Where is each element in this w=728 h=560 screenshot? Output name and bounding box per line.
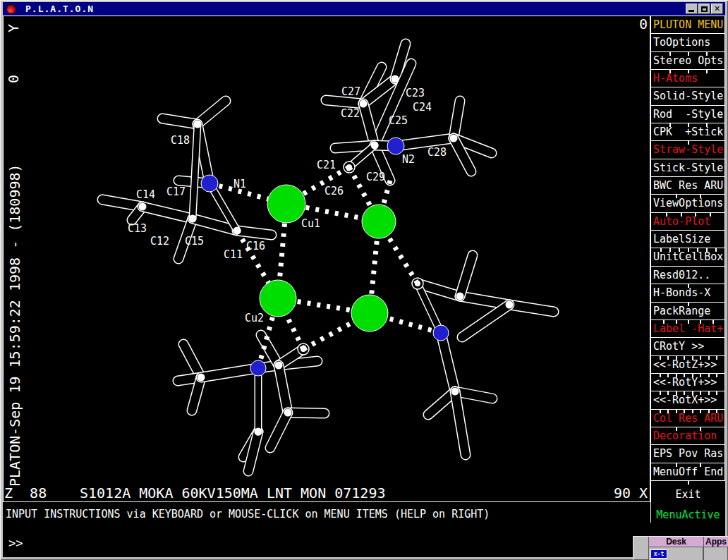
- menu-item-eps-pov-ras[interactable]: EPS Pov Ras: [650, 444, 725, 463]
- status-line: S1012A MOKA 60KV150MA LNT MON 071293: [80, 485, 385, 501]
- svg-text:N1: N1: [233, 178, 246, 190]
- menu-item-menuactive[interactable]: MenuActive: [650, 503, 725, 523]
- svg-text:C27: C27: [341, 85, 360, 98]
- menu-tick: [669, 248, 671, 252]
- menu-tick: [688, 52, 689, 56]
- title-bar[interactable]: P.L.A.T.O.N ✕: [3, 2, 725, 16]
- corner-top-right: 0: [639, 16, 648, 32]
- menu-item--rotz-[interactable]: <<-RotZ+>>: [650, 355, 725, 374]
- svg-text:C26: C26: [324, 185, 344, 197]
- menu-tick: [684, 374, 685, 377]
- menu-tick: [667, 374, 669, 377]
- menu-tick: [681, 213, 682, 217]
- menu-tick: [684, 410, 685, 413]
- svg-text:C17: C17: [166, 185, 186, 198]
- menu-tick: [700, 463, 701, 467]
- menu-item-rod-style[interactable]: Rod -Style: [650, 105, 725, 123]
- instructions-text: INPUT INSTRUCTIONS via KEYBOARD or MOUSE…: [6, 508, 490, 521]
- menu-tick: [676, 320, 677, 324]
- menu-tick: [715, 248, 717, 252]
- pager-tab-desk[interactable]: Desk: [649, 537, 703, 547]
- menu-item-croty-[interactable]: CRotY >>: [650, 337, 725, 355]
- close-icon: ✕: [714, 4, 720, 13]
- xterm-icon[interactable]: x-t: [650, 549, 667, 559]
- pager-apps-body[interactable]: [704, 547, 728, 560]
- pager-tab-apps[interactable]: Apps: [704, 537, 728, 547]
- menu-tick: [706, 123, 708, 127]
- menu-item-decoration[interactable]: Decoration: [650, 427, 725, 445]
- menu-tick: [692, 410, 693, 413]
- menu-item-bwc-res-aru[interactable]: BWC Res ARU: [650, 176, 725, 195]
- minimize-button[interactable]: [686, 4, 698, 14]
- menu-tick: [676, 391, 677, 395]
- menu-tick: [660, 356, 661, 360]
- menu-item--roty-[interactable]: <<-RotY+>>: [650, 373, 725, 391]
- menu-item--rotx-[interactable]: <<-RotX+>>: [650, 391, 725, 409]
- command-prompt[interactable]: >>: [8, 536, 23, 550]
- menu-tick: [660, 410, 661, 413]
- menu-tick: [716, 410, 717, 413]
- corner-bottom-left: Z 88: [4, 485, 47, 501]
- menu-tick: [688, 123, 689, 127]
- pager-empty-cell[interactable]: [633, 537, 649, 560]
- svg-text:N2: N2: [402, 153, 415, 166]
- sidebar-version-text: PLATON-Sep 19 15:59:22 1998 - (180998): [7, 164, 23, 487]
- menu-item-tooptions[interactable]: ToOptions: [650, 33, 725, 51]
- menu-item-resd012-[interactable]: Resd012..: [650, 266, 725, 284]
- molecule-plot: C18C27C23C22C24C25N2C28C21C29C26N1C17C14…: [3, 16, 725, 557]
- menu-tick: [708, 356, 710, 360]
- svg-text:C23: C23: [406, 87, 425, 99]
- menu-item-stick-style[interactable]: Stick-Style: [650, 159, 725, 177]
- menu-tick: [700, 410, 701, 413]
- menu-tick: [688, 320, 689, 324]
- menu-item-viewoptions[interactable]: ViewOptions: [650, 194, 725, 212]
- menu-tick: [706, 52, 708, 56]
- menu-tick: [700, 356, 701, 360]
- window-title: P.L.A.T.O.N: [25, 4, 94, 14]
- menu-item-menuoff-end[interactable]: MenuOff End: [650, 463, 725, 481]
- menu-tick: [676, 410, 677, 413]
- menu-tick: [700, 374, 701, 377]
- desktop-pager[interactable]: Desk x-t Apps: [633, 536, 728, 560]
- plot-area: C18C27C23C22C24C25N2C28C21C29C26N1C17C14…: [3, 16, 725, 557]
- menu-tick: [679, 248, 680, 252]
- svg-text:C13: C13: [128, 222, 147, 235]
- menu-tick: [708, 410, 710, 413]
- svg-text:C22: C22: [341, 107, 360, 120]
- menu-tick: [669, 52, 671, 56]
- menu-item-col-res-aru[interactable]: Col Res ARU: [650, 409, 725, 427]
- menu-tick: [667, 410, 669, 413]
- maximize-button[interactable]: [698, 4, 710, 14]
- svg-text:Cu1: Cu1: [301, 217, 320, 230]
- svg-text:C28: C28: [427, 146, 447, 159]
- menu-tick: [706, 248, 708, 252]
- menu-item-labelsize[interactable]: LabelSize: [650, 230, 725, 248]
- menu-tick: [684, 391, 685, 395]
- menu-tick: [706, 70, 708, 73]
- menu-tick: [676, 463, 677, 467]
- menu-tick: [712, 320, 714, 324]
- menu-tick: [688, 141, 689, 145]
- menu-tick: [688, 70, 689, 73]
- menu-tick: [695, 213, 696, 217]
- menu-tick: [660, 391, 661, 395]
- svg-text:C12: C12: [150, 235, 169, 248]
- maximize-icon: [701, 6, 708, 12]
- svg-text:C21: C21: [317, 159, 336, 171]
- menu-item-pluton-menu[interactable]: PLUTON MENU: [650, 16, 725, 34]
- menu-tick: [669, 70, 671, 73]
- menu-tick: [716, 391, 717, 395]
- menu-tick: [716, 374, 717, 377]
- menu-tick: [684, 356, 685, 360]
- menu-item-auto-plot[interactable]: Auto-Plot: [650, 212, 725, 231]
- menu-tick: [697, 248, 698, 252]
- menu-tick: [676, 356, 677, 360]
- menu-tick: [700, 391, 701, 395]
- menu-tick: [676, 195, 677, 198]
- menu-tick: [692, 391, 693, 395]
- menu-tick: [663, 320, 665, 324]
- close-button[interactable]: ✕: [711, 4, 723, 14]
- menu-item-solid-style[interactable]: Solid-Style: [650, 87, 725, 105]
- menu-tick: [692, 356, 693, 360]
- menu-tick: [666, 213, 667, 217]
